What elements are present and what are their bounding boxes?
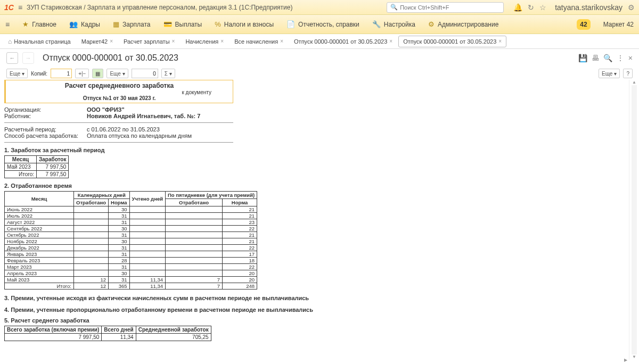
org-label: Организация: (4, 106, 87, 113)
logo-1c: 1C (4, 3, 14, 12)
more3-button[interactable]: Еще ▾ (599, 69, 620, 78)
chevron-down-icon: ▾ (22, 71, 24, 77)
app-title: ЗУП Стариковская / Зарплата и управление… (27, 4, 292, 11)
section-3: 3. Премии, учтенные исходя из фактически… (4, 295, 334, 301)
tab-bar: ⌂Начальная страница Маркет42× Расчет зар… (0, 34, 639, 49)
table-button[interactable]: ▦ (92, 69, 103, 78)
table-row: Январь 20233117 (5, 251, 257, 258)
table-row: Декабрь 20223122 (5, 245, 257, 251)
report-header: Расчет среднедневного заработка к докуме… (4, 80, 233, 103)
star-icon[interactable]: ☆ (539, 3, 546, 12)
emp-value: Новиков Андрей Игнатьевич, таб. №: 7 (87, 113, 200, 119)
page-title: Отпуск 0000-000001 от 30.05.2023 (43, 53, 178, 63)
wrench-icon: 🔧 (372, 20, 381, 28)
nav-settings[interactable]: 🔧Настройка (372, 20, 415, 28)
scroll-right-icon[interactable]: ▶ (624, 358, 629, 363)
close-icon[interactable]: × (172, 38, 175, 44)
more2-button[interactable]: Еще ▾ (106, 69, 128, 78)
table-row: Апрель 20233020 (5, 270, 257, 277)
help-button[interactable]: ? (623, 69, 633, 78)
nav-salary[interactable]: ▦Зарплата (113, 20, 151, 28)
sigma-button[interactable]: Σ ▾ (161, 69, 175, 78)
earnings-table: МесяцЗаработок Май 20237 997,50 Итого:7 … (4, 155, 69, 178)
nav-reports[interactable]: 📄Отчетность, справки (286, 20, 359, 28)
table-row: Июнь 20223021 (5, 206, 257, 213)
average-table: Всего заработка (включая премии)Всего дн… (4, 326, 211, 341)
star-filled-icon: ★ (22, 20, 29, 28)
search-input-wrap[interactable]: 🔍 (387, 2, 504, 13)
nav-admin[interactable]: ⚙Администрирование (428, 20, 498, 28)
market-badge[interactable]: 42 (577, 19, 590, 30)
settings-icon[interactable]: ⚙ (628, 3, 635, 12)
search-input[interactable] (400, 4, 500, 11)
print-icon[interactable]: 🖶 (592, 54, 599, 62)
report-content: Расчет среднедневного заработка к докуме… (4, 80, 629, 360)
time-table: Месяц Календарных дней Учтено дней По пя… (4, 191, 257, 289)
scroll-track[interactable] (632, 85, 637, 354)
main-nav: ≡ ★Главное 👥Кадры ▦Зарплата 💳Выплаты %На… (0, 15, 639, 34)
vertical-scrollbar[interactable]: ▲ ▼ (632, 80, 637, 360)
tab-market[interactable]: Маркет42× (77, 36, 118, 47)
stepper-button[interactable]: +|− (75, 69, 89, 78)
org-value: ООО "ФРИЗ" (87, 106, 125, 113)
period-value: с 01.06.2022 по 31.05.2023 (87, 126, 160, 133)
wallet-icon: 💳 (163, 20, 172, 28)
table-row: Август 20223123 (5, 219, 257, 226)
table-row: Сентябрь 20223022 (5, 226, 257, 232)
copies-field[interactable]: 1 (51, 69, 72, 78)
copies-label: Копий: (31, 71, 47, 77)
section-4: 4. Премии, учтенные пропорционально отра… (4, 307, 334, 313)
close-icon[interactable]: × (389, 38, 392, 44)
bell-icon[interactable]: 🔔 (513, 3, 522, 12)
section-1-title: 1. Заработок за расчетный период (4, 147, 629, 153)
section-5-title: 5. Расчет среднего заработка (4, 317, 629, 324)
tab-vacation-active[interactable]: Отпуск 0000-000001 от 30.05.2023× (398, 36, 506, 47)
tab-vacation1[interactable]: Отпуск 0000-000001 от 30.05.2023× (289, 36, 397, 47)
tab-home[interactable]: ⌂Начальная страница (3, 35, 76, 48)
nav-kadry[interactable]: 👥Кадры (69, 20, 100, 28)
percent-icon: % (215, 20, 221, 28)
history-icon[interactable]: ↻ (528, 3, 534, 12)
table-row: Февраль 20232818 (5, 258, 257, 264)
period-label: Расчетный период: (4, 126, 87, 133)
table-row: Ноябрь 20223021 (5, 238, 257, 245)
table-row: Октябрь 20223121 (5, 232, 257, 238)
more-icon[interactable]: ⋮ (617, 54, 624, 62)
scroll-up-icon[interactable]: ▲ (632, 80, 637, 85)
home-icon: ⌂ (8, 38, 12, 45)
find-icon[interactable]: 🔍 (603, 54, 612, 62)
sum-field[interactable]: 0 (132, 69, 158, 78)
close-icon[interactable]: × (220, 38, 224, 44)
save-icon[interactable]: 💾 (578, 54, 587, 62)
tab-accruals[interactable]: Начисления× (181, 36, 228, 47)
nav-main[interactable]: ★Главное (22, 20, 56, 28)
search-icon: 🔍 (390, 4, 398, 11)
close-icon[interactable]: × (110, 38, 113, 44)
close-page-icon[interactable]: × (628, 54, 633, 62)
scroll-down-icon[interactable]: ▼ (632, 354, 637, 360)
table-row: Май 20237 997,50 (5, 163, 69, 171)
people-icon: 👥 (69, 20, 78, 28)
tab-all-accruals[interactable]: Все начисления× (230, 36, 288, 47)
chevron-down-icon: ▾ (614, 71, 617, 77)
menu-icon[interactable]: ≡ (18, 3, 22, 12)
method-value: Оплата отпуска по календарным дням (87, 133, 192, 139)
nav-market[interactable]: Маркет 42 (603, 21, 634, 28)
emp-label: Работник: (4, 113, 87, 119)
calendar-icon: ▦ (113, 20, 119, 28)
nav-menu-icon[interactable]: ≡ (5, 20, 10, 29)
gear-icon: ⚙ (428, 20, 435, 28)
more-button[interactable]: Еще ▾ (6, 69, 28, 78)
back-button[interactable]: ← (6, 52, 18, 64)
forward-button[interactable]: → (22, 52, 34, 64)
user-label[interactable]: tatyana.starikovskay (555, 3, 622, 12)
nav-payouts[interactable]: 💳Выплаты (163, 20, 202, 28)
section-2-title: 2. Отработанное время (4, 183, 629, 189)
table-row: Май 2023123111,34720 (5, 277, 257, 283)
close-icon[interactable]: × (280, 38, 283, 44)
nav-taxes[interactable]: %Налоги и взносы (215, 20, 274, 28)
tab-calc[interactable]: Расчет зарплаты× (119, 36, 179, 47)
close-icon[interactable]: × (498, 38, 502, 44)
table-row: Март 20233122 (5, 264, 257, 270)
chevron-down-icon: ▾ (122, 71, 125, 77)
